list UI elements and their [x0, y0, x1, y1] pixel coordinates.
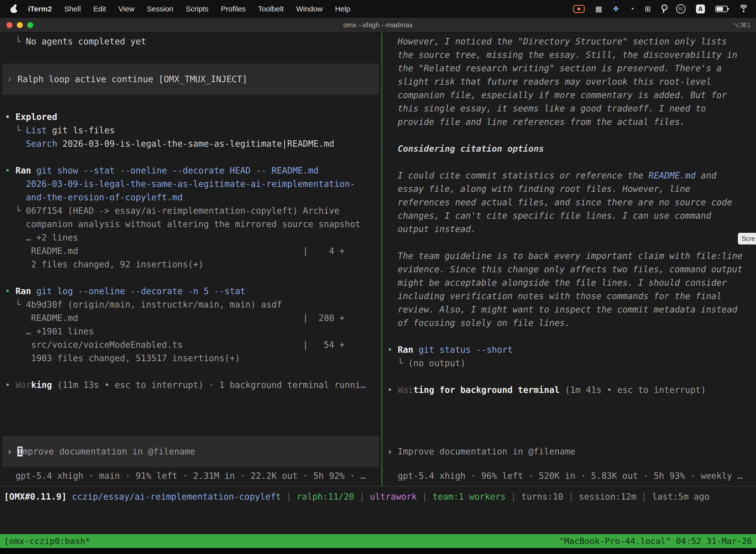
text-segment: • — [5, 380, 15, 390]
apple-menu-icon[interactable] — [10, 5, 17, 13]
terminal-line: essay file, along with finding root file… — [382, 182, 756, 196]
terminal-line: evidence. Since this change only affects… — [382, 263, 756, 276]
text-segment: Wor — [15, 380, 31, 390]
reasoning-line: However, I noticed the "Directory Struct… — [382, 35, 756, 48]
tool-call-line: └ List git ls-files — [0, 124, 381, 137]
window-title: omx --xhigh --madmax — [0, 21, 756, 29]
text-segment: might be acceptable alongside the file l… — [387, 278, 727, 288]
wifi-icon[interactable] — [738, 5, 749, 13]
text-segment: └ — [5, 37, 26, 46]
menu-item-iterm2[interactable]: iTerm2 — [22, 5, 58, 13]
menu-item-edit[interactable]: Edit — [87, 5, 112, 13]
terminal-line — [382, 236, 756, 249]
terminal-line: provide file and line references from th… — [382, 115, 756, 128]
menu-item-session[interactable]: Session — [141, 5, 180, 13]
text-segment: • — [387, 385, 397, 395]
minimize-button[interactable] — [17, 22, 23, 28]
text-segment: 2026-03-09-is-legal-the-same-as-legitima… — [26, 179, 355, 189]
terminal-line — [0, 97, 381, 110]
screen-recording-indicator[interactable] — [573, 5, 585, 13]
terminal-line — [0, 151, 381, 164]
right-pane-bottom: › Improve documentation in @filename gpt… — [382, 445, 756, 483]
text-segment: changes, I can't cite specific file line… — [387, 211, 711, 221]
model-status-line: gpt-5.4 xhigh · main · 91% left · 2.31M … — [0, 469, 381, 483]
terminal-line: references need actual files, and since … — [382, 196, 756, 209]
terminal-line: README.md | 4 + — [0, 244, 381, 258]
explored-header: • Explored — [0, 110, 381, 124]
text-segment: | — [281, 492, 297, 502]
terminal-line: the source tree, missing the essay. Stil… — [382, 48, 756, 62]
terminal-line — [0, 392, 381, 405]
text-segment: Improve documentation in @filename — [397, 447, 575, 456]
text-segment: provide file and line references from th… — [387, 117, 685, 127]
left-pane[interactable]: └ No agents completed yet › Ralph loop a… — [0, 33, 381, 486]
text-segment: └ — [5, 206, 26, 216]
right-pane[interactable]: However, I noticed the "Directory Struct… — [382, 33, 756, 486]
text-segment: List — [26, 125, 47, 135]
text-segment: README.md | 280 + — [5, 313, 345, 323]
menu-item-profiles[interactable]: Profiles — [214, 5, 252, 13]
menu-item-toolbelt[interactable]: Toolbelt — [252, 5, 290, 13]
terminal-line: companion analysis without altering the … — [0, 217, 381, 231]
text-segment: The team guideline is to back every impo… — [387, 251, 743, 261]
menu-item-window[interactable]: Window — [290, 5, 329, 13]
menu-item-view[interactable]: View — [112, 5, 141, 13]
close-button[interactable] — [6, 22, 12, 28]
terminal-line: and-the-erosion-of-copyleft.md — [0, 190, 381, 204]
prompt-input[interactable]: › Improve documentation in @filename — [382, 445, 756, 458]
terminal-line — [382, 330, 756, 343]
terminal-line: output instead. — [382, 222, 756, 236]
terminal-line — [382, 155, 756, 169]
text-segment: ultrawork — [370, 492, 417, 502]
text-segment: Considering citation options — [387, 144, 544, 154]
shortcuts-icon[interactable]: ◔ — [630, 5, 634, 13]
text-segment: src/voice/voiceModeEnabled.ts | 54 + — [5, 340, 345, 350]
omx-status-line: [OMX#0.11.9] cczip/essay/ai-reimplementa… — [0, 490, 756, 503]
zoom-button[interactable] — [27, 22, 33, 28]
app-grid-icon[interactable]: ⊞ — [645, 5, 651, 13]
tool-output-line: └ 067f154 (HEAD -> essay/ai-reimplementa… — [0, 204, 381, 217]
screen-share-tooltip[interactable]: Scre — [738, 233, 756, 244]
menu-item-help[interactable]: Help — [329, 5, 357, 13]
text-segment: • — [5, 166, 15, 175]
raycast-icon[interactable]: ❖ — [613, 5, 619, 13]
window-title-bar[interactable]: omx --xhigh --madmax ⌥⌘1 — [0, 18, 756, 33]
battery-icon[interactable] — [715, 6, 728, 12]
text-segment: | — [506, 492, 521, 502]
prompt-input[interactable]: › Improve documentation in @filename — [2, 436, 379, 467]
text-segment: • — [5, 286, 15, 296]
terminal-line: this single essay, it seems like a good … — [382, 102, 756, 115]
text-segment: session:12m — [579, 492, 636, 502]
text-segment: git ls-files — [47, 125, 115, 135]
battery-percent-badge[interactable]: 61 — [676, 4, 686, 14]
key-icon[interactable] — [661, 4, 666, 13]
menu-item-shell[interactable]: Shell — [58, 5, 87, 13]
tool-call-line: Search 2026-03-09-is-legal-the-same-as-l… — [0, 137, 381, 151]
terminal-line: I could cite commit statistics or refere… — [382, 169, 756, 182]
text-segment: README.md | 4 + — [5, 246, 345, 256]
text-segment: last:5m ago — [652, 492, 710, 502]
text-segment: Ran — [397, 345, 413, 355]
menu-item-scripts[interactable]: Scripts — [180, 5, 215, 13]
terminal-line: might be acceptable alongside the file l… — [382, 276, 756, 289]
omx-status-line-text: [OMX#0.11.9] cczip/essay/ai-reimplementa… — [0, 490, 756, 503]
terminal-line: … +2 lines — [0, 231, 381, 244]
text-segment: essay file, along with finding root file… — [387, 184, 690, 194]
input-source-icon[interactable]: A — [696, 4, 705, 13]
text-segment: › — [7, 447, 17, 456]
text-segment: └ — [387, 358, 408, 368]
text-segment: 2026-03-09-is-legal-the-same-as-legitima… — [57, 139, 334, 149]
terminal-line — [382, 370, 756, 383]
text-segment — [5, 192, 26, 202]
wifi-icon-dot — [743, 10, 745, 12]
text-segment: 4b9d30f (origin/main, instructkr/main, m… — [26, 299, 282, 310]
menu-status-icons: ▦❖◔⊞61A — [573, 4, 749, 14]
text-segment: companion file, especially if more comme… — [387, 90, 727, 100]
tmux-host-clock: "MacBook-Pro-44.local" 04:52 31-Mar-26 — [559, 536, 752, 546]
text-segment — [413, 345, 419, 355]
terminal-line — [0, 271, 381, 284]
bottom-strip — [0, 548, 756, 554]
agents-status-line: └ No agents completed yet — [0, 35, 381, 48]
keypad-icon[interactable]: ▦ — [595, 5, 602, 13]
text-segment: git status --short — [419, 345, 512, 355]
